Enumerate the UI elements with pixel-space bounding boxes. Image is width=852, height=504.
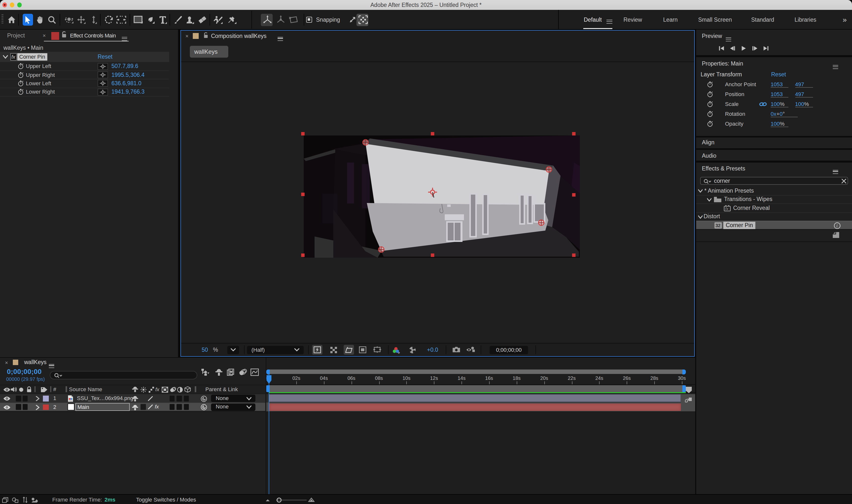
svg-text:fx: fx [725, 207, 729, 211]
svg-text:i: i [836, 223, 837, 228]
svg-text:PNG: PNG [69, 400, 72, 401]
